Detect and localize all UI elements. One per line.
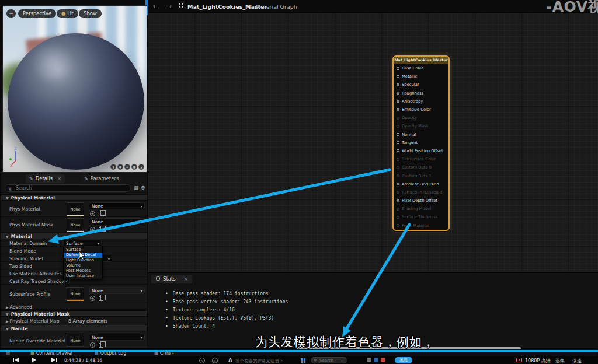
nanite-override-dropdown[interactable]: None▾	[89, 334, 145, 341]
pin-circle-icon[interactable]	[397, 100, 399, 103]
node-pin[interactable]: Tangent	[394, 139, 448, 147]
node-pin[interactable]: Metallic	[394, 72, 448, 80]
pin-circle-icon[interactable]	[397, 208, 399, 211]
pin-circle-icon[interactable]	[397, 92, 399, 94]
app-icon[interactable]	[374, 358, 378, 362]
material-preview-viewport[interactable]: ☰ Perspective ● Lit Show Z X ▮ ● ▬ ■ ◢	[2, 5, 147, 173]
node-pin[interactable]: Base Color	[394, 64, 448, 72]
menu-item[interactable]: User Interface	[64, 274, 102, 279]
node-pin[interactable]: Anisotropy	[394, 97, 448, 106]
browse-asset-icon[interactable]	[99, 228, 103, 232]
tab-stats[interactable]: Stats×	[151, 275, 192, 284]
back-arrow-icon[interactable]: ←	[153, 2, 159, 10]
next-button[interactable]	[51, 358, 57, 362]
node-pin[interactable]: Emissive Color	[394, 106, 448, 114]
node-pin[interactable]: Opacity Mask	[394, 122, 448, 130]
sphere-shape-icon[interactable]: ●	[117, 164, 123, 170]
app-icon-with-badge[interactable]	[381, 358, 385, 362]
material-output-node[interactable]: Mat_LightCookies_Master Base Color Metal…	[392, 55, 450, 231]
breadcrumb-asset[interactable]: Mat_LightCookies_Master	[187, 4, 267, 10]
tab-details[interactable]: ✎Details×	[26, 174, 65, 183]
asset-thumbnail[interactable]: None	[67, 218, 84, 231]
pin-circle-icon[interactable]	[397, 67, 399, 70]
node-pin[interactable]: Refraction (Disabled)	[394, 188, 448, 197]
section-physical-material-mask[interactable]: ▼Physical Material Mask	[1, 310, 147, 317]
section-physical-material[interactable]: ▼Physical Material	[1, 194, 147, 201]
asset-thumbnail[interactable]: None	[67, 334, 84, 346]
display-filter-icon[interactable]: ▦	[134, 185, 139, 191]
phys-material-mask-dropdown[interactable]: None▾	[89, 218, 145, 225]
lit-mode-button[interactable]: ● Lit	[57, 9, 78, 18]
mesh-shape-icon[interactable]: ◢	[138, 164, 144, 170]
use-selected-icon[interactable]: +	[90, 342, 95, 348]
pin-circle-icon[interactable]	[397, 108, 399, 111]
pin-circle-icon[interactable]	[397, 183, 399, 186]
viewport-menu-icon[interactable]: ☰	[6, 9, 16, 18]
windows-logo-icon[interactable]	[301, 358, 305, 363]
breadcrumb-graph[interactable]: Material Graph	[256, 4, 297, 10]
perspective-button[interactable]: Perspective	[18, 9, 56, 18]
pin-circle-icon[interactable]	[397, 141, 399, 144]
plane-shape-icon[interactable]: ▬	[124, 164, 130, 170]
forward-arrow-icon[interactable]: →	[166, 2, 172, 10]
node-pin[interactable]: World Position Offset	[394, 147, 448, 155]
search-input[interactable]	[16, 185, 121, 191]
node-pin[interactable]: Specular	[394, 80, 448, 89]
settings-gear-icon[interactable]: ⚙	[141, 185, 145, 191]
close-tab-icon[interactable]: ×	[184, 276, 188, 282]
cube-shape-icon[interactable]: ■	[131, 164, 137, 170]
node-pin[interactable]: Normal	[394, 131, 448, 139]
pin-circle-icon[interactable]	[397, 158, 399, 161]
node-pin[interactable]: Custom Data 0	[394, 163, 448, 172]
physical-material-map-row[interactable]: ▶ Physical Material Map 8 Array elements	[1, 317, 147, 324]
app-icon[interactable]	[367, 358, 371, 362]
node-pin[interactable]: Roughness	[394, 89, 448, 97]
menu-item[interactable]: Volume	[64, 263, 102, 268]
pin-circle-icon[interactable]	[397, 191, 399, 194]
pin-circle-icon[interactable]	[397, 125, 399, 128]
episodes-button[interactable]: 选集	[555, 358, 565, 364]
taskbar-search-input[interactable]	[319, 358, 345, 363]
pin-circle-icon[interactable]	[397, 83, 399, 86]
pin-circle-icon[interactable]	[397, 174, 399, 177]
pin-circle-icon[interactable]	[397, 200, 399, 202]
pin-circle-icon[interactable]	[397, 224, 399, 227]
taskbar-app-icons[interactable]	[367, 358, 385, 362]
use-selected-icon[interactable]: +	[90, 227, 95, 232]
taskbar-search-box[interactable]: ⚲	[311, 357, 347, 363]
node-pin[interactable]: Surface Thickness	[394, 213, 448, 221]
section-material[interactable]: ▼Material	[1, 233, 147, 239]
node-pin[interactable]: Opacity	[394, 114, 448, 122]
node-pin[interactable]: Front Material	[394, 222, 448, 230]
speed-button[interactable]: 倍速	[572, 358, 582, 364]
phys-material-dropdown[interactable]: None▾	[89, 202, 145, 209]
details-search-box[interactable]: ⚲	[5, 184, 131, 192]
danmaku-send-button[interactable]: 发送	[395, 357, 412, 363]
asset-thumbnail[interactable]: None	[67, 287, 84, 300]
danmaku-font-icon[interactable]: A	[228, 357, 232, 363]
section-nanite[interactable]: ▼Nanite	[1, 325, 147, 331]
menu-item[interactable]: Post Process	[64, 268, 102, 274]
pin-circle-icon[interactable]	[397, 149, 399, 152]
node-pin[interactable]: Ambient Occlusion	[394, 180, 448, 188]
pin-circle-icon[interactable]	[397, 133, 399, 136]
cylinder-shape-icon[interactable]: ▮	[110, 164, 116, 170]
tab-parameters[interactable]: ✎Parameters	[81, 174, 122, 183]
pin-circle-icon[interactable]	[397, 75, 399, 78]
browse-asset-icon[interactable]	[99, 212, 103, 216]
node-title[interactable]: Mat_LightCookies_Master	[394, 57, 448, 64]
node-pin[interactable]: Custom Data 1	[394, 172, 448, 180]
danmaku-input-hint[interactable]: 发个友善的弹幕见证当下	[235, 358, 284, 364]
use-selected-icon[interactable]: +	[90, 296, 95, 301]
previous-button[interactable]	[13, 358, 19, 362]
pin-circle-icon[interactable]	[397, 117, 399, 120]
close-tab-icon[interactable]: ×	[57, 176, 61, 181]
use-selected-icon[interactable]: +	[90, 211, 95, 216]
node-pin[interactable]: Pixel Depth Offset	[394, 197, 448, 205]
advanced-row[interactable]: ▶ Advanced	[1, 303, 147, 310]
quality-button[interactable]: 1080P 高清	[525, 358, 551, 364]
pin-circle-icon[interactable]	[397, 216, 399, 219]
pin-circle-icon[interactable]	[397, 166, 399, 169]
node-pin[interactable]: Shading Model	[394, 205, 448, 213]
asset-thumbnail[interactable]: None	[67, 202, 84, 215]
